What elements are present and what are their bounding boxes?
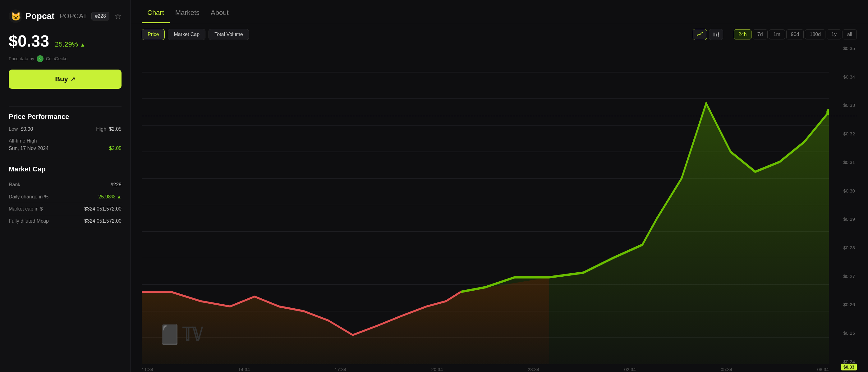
price-data-by: Price data by 🦎 CoinGecko [9,55,122,62]
tradingview-watermark: ⬛ 𝕋𝕍 [161,324,203,346]
candle-chart-icon [713,32,719,37]
time-button-180d[interactable]: 180d [805,30,826,39]
market-cap-usd-row: Market cap in $ $324,051,572.00 [9,203,122,215]
time-button-7d[interactable]: 7d [753,30,768,39]
line-chart-button[interactable] [693,29,707,40]
price-performance-title: Price Performance [9,113,122,121]
external-link-icon: ↗ [70,76,75,82]
price-change: 25.29% ▲ [55,40,86,48]
chart-inner: $0.35$0.34$0.33$0.32$0.31$0.30$0.29$0.28… [142,46,857,364]
y-axis-label: $0.26 [829,302,855,307]
tab-markets[interactable]: Markets [170,6,205,23]
svg-rect-8 [718,33,719,35]
low-label: Low $0.00 [9,126,33,132]
x-axis-labels: 11:3414:3417:3420:3423:3402:3405:3408:34 [130,364,868,372]
svg-text:🐱: 🐱 [11,11,21,22]
current-price-tag: $0.33 [841,364,857,370]
x-axis-label: 02:34 [624,367,636,372]
daily-change-row: Daily change in % 25.98% ▲ [9,191,122,203]
svg-rect-2 [714,33,714,36]
chart-controls: Price Market Cap Total Volume [130,23,868,46]
price-filter-button[interactable]: Price [142,29,165,40]
chart-type-buttons [693,29,723,40]
y-axis-label: $0.29 [829,216,855,222]
favorite-button[interactable]: ☆ [114,11,122,21]
candle-chart-button[interactable] [709,29,723,40]
market-cap-filter-button[interactable]: Market Cap [168,29,206,40]
ath-value: $2.05 [109,146,122,153]
market-cap-title: Market Cap [9,165,122,173]
coin-header: 🐱 Popcat POPCAT #228 ☆ [9,9,122,23]
line-chart-icon [697,32,703,37]
y-axis-labels: $0.35$0.34$0.33$0.32$0.31$0.30$0.29$0.28… [829,46,857,364]
x-axis-label: 14:34 [238,367,250,372]
ath-section: All-time High Sun, 17 Nov 2024 $2.05 [9,138,122,153]
y-axis-label: $0.35 [829,46,855,51]
time-buttons: 24h7d1m90d180d1yall [734,30,857,39]
x-axis-label: 05:34 [721,367,733,372]
fdv-row: Fully diluted Mcap $324,051,572.00 [9,215,122,227]
x-axis-label: 23:34 [528,367,539,372]
ath-label: All-time High [9,138,122,144]
price-chart-svg: ⬛ 𝕋𝕍 [142,46,829,364]
svg-rect-5 [716,34,717,36]
y-axis-label: $0.28 [829,245,855,250]
divider-1 [9,106,122,106]
time-button-all[interactable]: all [842,30,857,39]
y-axis-label: $0.31 [829,160,855,165]
y-axis-label: $0.32 [829,131,855,136]
tab-chart[interactable]: Chart [142,6,170,23]
ath-date: Sun, 17 Nov 2024 [9,146,49,151]
rank-row: Rank #228 [9,179,122,191]
coingecko-logo: 🦎 [37,55,43,62]
x-axis-label: 08:34 [817,367,829,372]
y-axis-label: $0.27 [829,274,855,279]
price-section: $0.33 25.29% ▲ [9,32,122,50]
price-change-arrow: ▲ [80,42,86,48]
time-button-1m[interactable]: 1m [769,30,785,39]
tab-about[interactable]: About [205,6,234,23]
coin-ticker: POPCAT [59,12,87,20]
x-axis-label: 20:34 [431,367,443,372]
chart-wrapper: $0.35$0.34$0.33$0.32$0.31$0.30$0.29$0.28… [130,46,868,372]
time-button-24h[interactable]: 24h [734,30,751,39]
coin-name: Popcat [26,11,54,21]
time-button-90d[interactable]: 90d [786,30,804,39]
coin-logo: 🐱 [9,9,22,23]
y-axis-label: $0.34 [829,74,855,79]
low-high-row: Low $0.00 High $2.05 [9,126,122,132]
y-axis-label: $0.25 [829,330,855,336]
chart-tabs: Chart Markets About [130,0,868,23]
y-axis-label: $0.30 [829,188,855,194]
time-button-1y[interactable]: 1y [827,30,841,39]
total-volume-filter-button[interactable]: Total Volume [209,29,249,40]
divider-2 [9,159,122,159]
main-price: $0.33 [9,32,49,50]
left-panel: 🐱 Popcat POPCAT #228 ☆ $0.33 25.29% ▲ Pr… [0,0,130,372]
y-axis-label: $0.33 [829,102,855,108]
x-axis-label: 17:34 [335,367,346,372]
high-label: High $2.05 [96,126,122,132]
reference-line [142,116,857,116]
coin-rank-badge: #228 [91,12,110,21]
x-axis-label: 11:34 [142,367,154,372]
buy-button[interactable]: Buy ↗ [9,70,122,89]
right-panel: Chart Markets About Price Market Cap Tot… [130,0,868,372]
